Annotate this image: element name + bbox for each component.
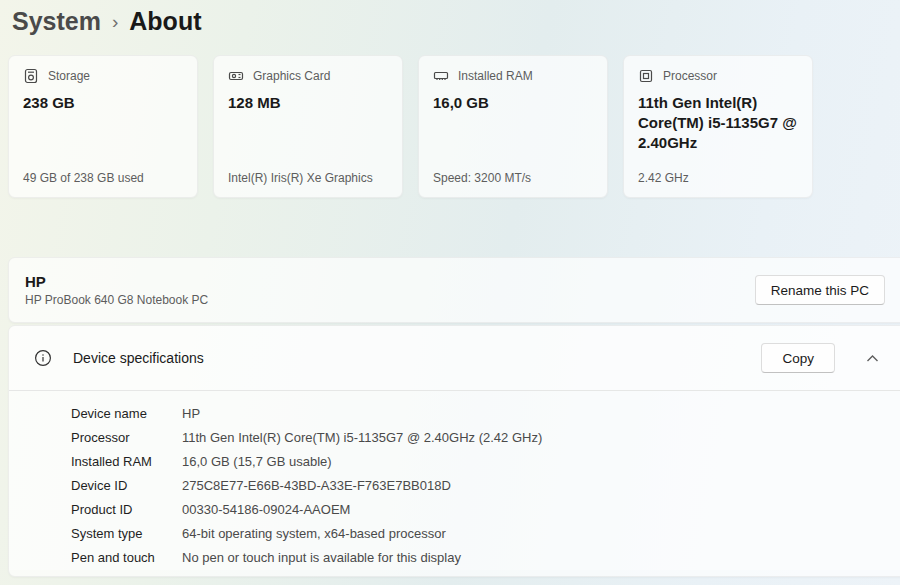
storage-card-detail: 49 GB of 238 GB used — [23, 171, 183, 185]
graphics-card-label: Graphics Card — [253, 69, 330, 83]
page-title: About — [129, 7, 201, 36]
spec-label: Device name — [71, 402, 182, 426]
graphics-card-icon — [228, 68, 244, 84]
spec-value: 11th Gen Intel(R) Core(TM) i5-1135G7 @ 2… — [182, 426, 542, 450]
spec-label: Processor — [71, 426, 182, 450]
processor-card-label: Processor — [663, 69, 717, 83]
spec-value: 16,0 GB (15,7 GB usable) — [182, 450, 332, 474]
installed-ram-value: 16,0 GB — [433, 93, 593, 113]
rename-pc-button[interactable]: Rename this PC — [755, 275, 885, 305]
expander-collapse-button[interactable] — [857, 343, 887, 373]
processor-card-detail: 2.42 GHz — [638, 171, 798, 185]
installed-ram-card: Installed RAM 16,0 GB Speed: 3200 MT/s — [418, 55, 608, 198]
spec-label: System type — [71, 522, 182, 546]
device-name-card: HP HP ProBook 640 G8 Notebook PC Rename … — [8, 257, 900, 323]
device-specifications-list: Device name HP Processor 11th Gen Intel(… — [9, 390, 900, 570]
graphics-card-value: 128 MB — [228, 93, 388, 113]
spec-row-product-id: Product ID 00330-54186-09024-AAOEM — [71, 498, 900, 522]
processor-card-value: 11th Gen Intel(R) Core(TM) i5-1135G7 @ 2… — [638, 93, 798, 153]
installed-ram-detail: Speed: 3200 MT/s — [433, 171, 593, 185]
processor-card: Processor 11th Gen Intel(R) Core(TM) i5-… — [623, 55, 813, 198]
spec-row-system-type: System type 64-bit operating system, x64… — [71, 522, 900, 546]
spec-row-device-id: Device ID 275C8E77-E66B-43BD-A33E-F763E7… — [71, 474, 900, 498]
chevron-up-icon — [866, 354, 879, 363]
storage-icon — [23, 68, 39, 84]
spec-label: Device ID — [71, 474, 182, 498]
spec-value: 64-bit operating system, x64-based proce… — [182, 522, 446, 546]
device-model: HP ProBook 640 G8 Notebook PC — [25, 293, 208, 307]
storage-card-label: Storage — [48, 69, 90, 83]
processor-icon — [638, 68, 654, 84]
breadcrumb: System › About — [12, 0, 201, 42]
graphics-card-detail: Intel(R) Iris(R) Xe Graphics — [228, 171, 388, 185]
spec-row-pen-and-touch: Pen and touch No pen or touch input is a… — [71, 546, 900, 570]
spec-value: HP — [182, 402, 200, 426]
spec-label: Installed RAM — [71, 450, 182, 474]
info-icon — [34, 349, 52, 367]
spec-value: 00330-54186-09024-AAOEM — [182, 498, 350, 522]
installed-ram-label: Installed RAM — [458, 69, 533, 83]
spec-value: No pen or touch input is available for t… — [182, 546, 461, 570]
device-name: HP — [25, 273, 208, 290]
graphics-card-card: Graphics Card 128 MB Intel(R) Iris(R) Xe… — [213, 55, 403, 198]
device-specifications-title: Device specifications — [73, 350, 204, 366]
storage-card: Storage 238 GB 49 GB of 238 GB used — [8, 55, 198, 198]
spec-label: Pen and touch — [71, 546, 182, 570]
spec-row-processor: Processor 11th Gen Intel(R) Core(TM) i5-… — [71, 426, 900, 450]
copy-button[interactable]: Copy — [761, 343, 835, 373]
device-specifications-header[interactable]: Device specifications Copy — [9, 326, 900, 390]
summary-cards: Storage 238 GB 49 GB of 238 GB used Grap… — [8, 55, 813, 198]
spec-row-device-name: Device name HP — [71, 402, 900, 426]
device-specifications-card: Device specifications Copy Device name H… — [8, 325, 900, 577]
breadcrumb-chevron-icon: › — [112, 9, 118, 33]
spec-label: Product ID — [71, 498, 182, 522]
storage-card-value: 238 GB — [23, 93, 183, 113]
spec-row-installed-ram: Installed RAM 16,0 GB (15,7 GB usable) — [71, 450, 900, 474]
spec-value: 275C8E77-E66B-43BD-A33E-F763E7BB018D — [182, 474, 451, 498]
ram-icon — [433, 68, 449, 84]
breadcrumb-system[interactable]: System — [12, 7, 101, 36]
